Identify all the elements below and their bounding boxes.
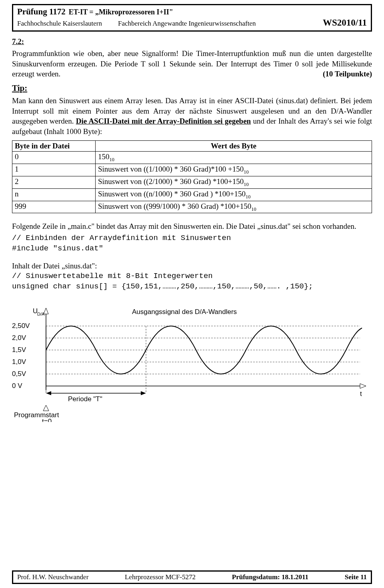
svg-text:Periode "T": Periode "T" [68,395,102,403]
points-label: (10 Teilpunkte) [323,69,372,79]
school-name: Fachhochschule Kaiserslautern [17,20,102,27]
code-block-1-line-2: #include "sinus.dat" [12,244,372,254]
svg-marker-25 [43,405,49,411]
exam-number: Prüfung 1172 [17,7,66,17]
svg-text:2,0V: 2,0V [12,334,26,342]
tip-paragraph: Man kann den Sinuswert aus einem Array l… [12,96,372,137]
table-row: 0 15010 [12,152,372,164]
paragraph-2: Folgende Zeile in „main.c" bindet das Ar… [12,221,372,232]
paragraph-1: Programmfunktion wie oben, aber neue Sig… [12,48,372,79]
table-row: 1 Sinuswert von ((1/1000) * 360 Grad)*10… [12,164,372,176]
code-block-2-line-1: // Sinuswertetabelle mit 8-Bit Integerwe… [12,271,372,282]
svg-marker-21 [46,391,51,395]
code-block-1-line-1: // Einbinden der Arraydefinition mit Sin… [12,233,372,244]
table-header-1: Byte in der Datei [12,141,96,152]
table-row: n Sinuswert von ((n/1000) * 360 Grad ) *… [12,188,372,201]
section-number: 7.2: [12,37,372,46]
footer-box: Prof. H.W. Neuschwander Lehrprozessor MC… [12,570,372,584]
paragraph-1-text: Programmfunktion wie oben, aber neue Sig… [12,49,372,78]
svg-text:0,5V: 0,5V [12,370,26,378]
table-row: 999 Sinuswert von ((999/1000) * 360 Grad… [12,201,372,213]
svg-text:1,5V: 1,5V [12,346,26,354]
footer-page: Seite 11 [345,573,367,581]
table-row: 2 Sinuswert von ((2/1000) * 360 Grad) *1… [12,176,372,189]
svg-text:0 V: 0 V [12,382,22,390]
header-box: Prüfung 1172 ET-IT = „Mikroprozessoren I… [12,4,372,32]
table-header-2: Wert des Byte [96,141,372,152]
code-block-2-line-2: unsigned char sinus[] = {150,151,………,250… [12,282,372,292]
footer-processor: Lehrprozessor MCF-5272 [125,573,196,581]
svg-marker-22 [141,391,146,395]
footer-professor: Prof. H.W. Neuschwander [17,573,88,581]
tip-text-underlined: Die ASCII-Datei mit der Array-Definition… [76,117,251,125]
svg-text:t: t [360,390,362,398]
svg-text:t=0: t=0 [42,418,52,422]
inhalt-label: Inhalt der Datei „sinus.dat": [12,261,372,271]
svg-text:Programmstart: Programmstart [14,411,59,419]
svg-text:2,50V: 2,50V [12,322,30,330]
svg-text:1,0V: 1,0V [12,358,26,366]
tip-heading: Tip: [12,83,372,93]
byte-table: Byte in der Datei Wert des Byte 0 15010 … [12,140,372,213]
course-code: ET-IT = „Mikroprozessoren I+II" [69,8,173,16]
svg-marker-16 [360,384,366,388]
department: Fachbereich Angewandte Ingenieurwissensc… [118,20,256,27]
sine-chart: U D/A 2,50V 2,0V 1,5V 1,0V 0,5V 0 V t [8,306,372,422]
sine-chart-svg: U D/A 2,50V 2,0V 1,5V 1,0V 0,5V 0 V t [8,306,372,422]
footer-date: Prüfungsdatum: 18.1.2011 [232,573,308,581]
svg-text:D/A: D/A [37,312,45,316]
svg-text:Ausgangssignal des D/A-Wandler: Ausgangssignal des D/A-Wandlers [132,308,237,316]
semester: WS2010/11 [323,18,367,28]
